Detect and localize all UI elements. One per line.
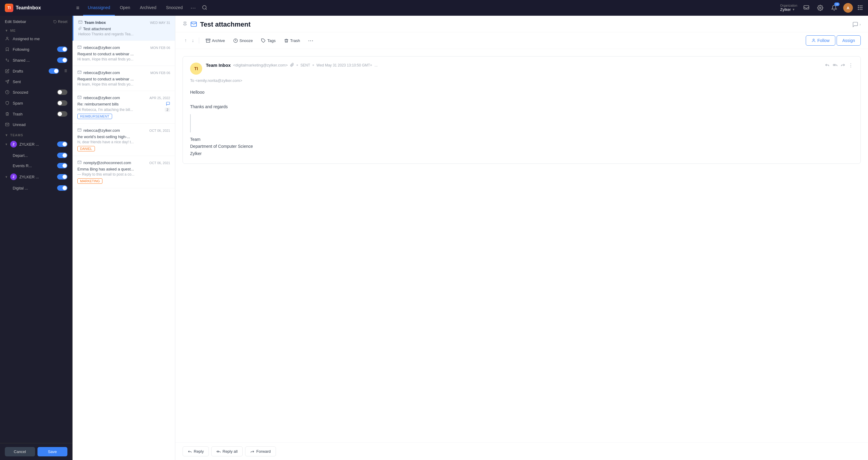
me-section-label[interactable]: ▼ ME xyxy=(0,26,72,34)
forward-button[interactable]: Forward xyxy=(245,447,276,456)
depart-toggle[interactable] xyxy=(57,153,67,158)
reply-all-button[interactable]: Reply all xyxy=(211,447,243,456)
zylker2-toggle[interactable] xyxy=(57,174,67,180)
sidebar-item-digital[interactable]: Digital ... xyxy=(0,183,72,193)
message-date: Wed May 31 2023 13:10:50 GMT+ xyxy=(316,63,372,67)
user-avatar[interactable]: A xyxy=(843,3,853,13)
email-item-3[interactable]: rebecca@zylker.com MON FEB 06 Request to… xyxy=(72,66,175,91)
sidebar-item-label: Sent xyxy=(13,80,67,84)
email-to: To <emily.norita@zylker.com> xyxy=(190,78,853,83)
sidebar-item-drafts[interactable]: Drafts xyxy=(0,66,72,76)
spam-toggle[interactable] xyxy=(57,100,67,106)
sidebar-item-spam[interactable]: Spam xyxy=(0,98,72,109)
nav-more-icon[interactable]: ⋯ xyxy=(187,4,199,11)
tab-snoozed[interactable]: Snoozed xyxy=(161,0,187,16)
email-sender: noreply@zohoconnect.com xyxy=(84,160,131,165)
reply-all-icon[interactable] xyxy=(833,63,837,68)
svg-rect-31 xyxy=(206,39,210,39)
inbox-icon-btn[interactable] xyxy=(802,3,811,13)
cancel-button[interactable]: Cancel xyxy=(5,447,35,456)
drafts-toggle[interactable] xyxy=(49,68,59,74)
body-team: Team xyxy=(190,136,853,143)
email-item-4[interactable]: rebecca@zylker.com APR 25, 2022 Re: reim… xyxy=(72,91,175,124)
team-zylker1[interactable]: ▼ Z ZYLKER ... xyxy=(0,138,72,150)
forward-icon[interactable] xyxy=(840,63,845,68)
forward-icon xyxy=(250,450,254,454)
shared-toggle[interactable] xyxy=(57,57,67,63)
snooze-button[interactable]: Snooze xyxy=(230,37,256,45)
sidebar-item-shared[interactable]: Shared ... xyxy=(0,55,72,66)
mail-icon xyxy=(78,160,82,165)
sidebar-item-assigned[interactable]: Assigned to me xyxy=(0,34,72,44)
sidebar-item-label: Trash xyxy=(13,112,54,116)
settings-icon-btn[interactable] xyxy=(815,3,825,13)
email-item-5[interactable]: rebecca@zylker.com OCT 06, 2021 the worl… xyxy=(72,124,175,156)
tags-button[interactable]: Tags xyxy=(257,37,279,45)
email-count-badge: 2 xyxy=(165,108,170,112)
tab-open[interactable]: Open xyxy=(115,0,135,16)
email-item-6[interactable]: noreply@zohoconnect.com OCT 06, 2021 Emm… xyxy=(72,156,175,188)
nav-down-button[interactable]: ↓ xyxy=(190,37,196,44)
trash-button[interactable]: Trash xyxy=(280,37,304,45)
sidebar-item-following[interactable]: Following xyxy=(0,44,72,55)
digital-toggle[interactable] xyxy=(57,185,67,191)
email-date: WED MAY 31 xyxy=(150,21,170,25)
svg-point-12 xyxy=(7,37,8,39)
chat-expand-icon[interactable]: › xyxy=(852,22,861,28)
team-zylker2[interactable]: ▼ Z ZYLKER ... xyxy=(0,171,72,183)
events-toggle[interactable] xyxy=(57,163,67,168)
sidebar-item-snoozed[interactable]: Snoozed xyxy=(0,87,72,98)
teams-section-label[interactable]: ▼ TEAMS xyxy=(0,130,72,138)
reset-button[interactable]: Reset xyxy=(53,20,67,24)
nav-tabs: Unassigned Open Archived Snoozed ⋯ xyxy=(83,0,211,16)
assign-button[interactable]: Assign xyxy=(837,35,861,45)
sidebar-item-label: Snoozed xyxy=(13,90,54,95)
grid-menu-icon[interactable] xyxy=(857,4,863,11)
snoozed-toggle[interactable] xyxy=(57,89,67,95)
sidebar-item-depart[interactable]: Depart... xyxy=(0,150,72,160)
archive-button[interactable]: Archive xyxy=(202,37,228,45)
email-sender: rebecca@zylker.com xyxy=(84,70,120,75)
team-label: ZYLKER ... xyxy=(19,142,55,147)
save-button[interactable]: Save xyxy=(37,447,68,456)
attachment-icon xyxy=(290,63,294,68)
nav-search-icon[interactable] xyxy=(199,5,210,11)
mail-icon xyxy=(78,128,82,133)
email-item-1[interactable]: Team Inbox WED MAY 31 Test attachment He… xyxy=(72,16,175,41)
body-thanks: Thanks and regards xyxy=(190,103,853,111)
notification-badge: 19 xyxy=(834,2,840,6)
following-toggle[interactable] xyxy=(57,47,67,52)
email-subject: the world's best-selling high-... xyxy=(78,134,130,139)
sidebar-item-sent[interactable]: Sent xyxy=(0,76,72,87)
zylker1-toggle[interactable] xyxy=(57,142,67,147)
body-zylker: Zylker xyxy=(190,150,853,157)
sidebar-item-label: Shared ... xyxy=(13,58,54,63)
archive-icon xyxy=(206,38,210,43)
reply-icon xyxy=(188,450,192,454)
nav-sort-icon[interactable]: ≡ xyxy=(72,5,83,11)
email-view-title: Test attachment xyxy=(200,21,251,28)
body-divider xyxy=(190,114,191,132)
sidebar: Edit Sidebar Reset ▼ ME Assigned to me F… xyxy=(0,16,72,460)
email-subject: Emma Bing has asked a quest... xyxy=(78,167,134,172)
notifications-icon-btn[interactable]: 19 xyxy=(829,3,839,13)
reply-icon[interactable] xyxy=(825,63,830,68)
tab-unassigned[interactable]: Unassigned xyxy=(83,0,115,16)
org-selector[interactable]: Organization Zylker ▼ xyxy=(780,4,797,12)
email-item-2[interactable]: rebecca@zylker.com MON FEB 06 Request to… xyxy=(72,41,175,66)
email-date: APR 25, 2022 xyxy=(150,96,170,100)
sidebar-item-trash[interactable]: Trash xyxy=(0,109,72,119)
reply-button[interactable]: Reply xyxy=(183,447,209,456)
pin-icon[interactable] xyxy=(183,22,187,28)
follow-button[interactable]: Follow xyxy=(806,35,835,45)
more-options-button[interactable]: ⋯ xyxy=(305,35,316,45)
nav-up-button[interactable]: ↑ xyxy=(183,37,189,44)
mail-icon xyxy=(78,70,82,75)
sidebar-item-events[interactable]: Events R... xyxy=(0,160,72,171)
paperclip-icon xyxy=(78,26,82,31)
message-options-icon[interactable]: ⋮ xyxy=(848,63,853,68)
tab-archived[interactable]: Archived xyxy=(135,0,161,16)
sidebar-item-unread[interactable]: Unread xyxy=(0,119,72,130)
trash-toggle[interactable] xyxy=(57,111,67,117)
message-header: TI Team Inbox <digitalmarketing@zylker.c… xyxy=(190,63,853,75)
